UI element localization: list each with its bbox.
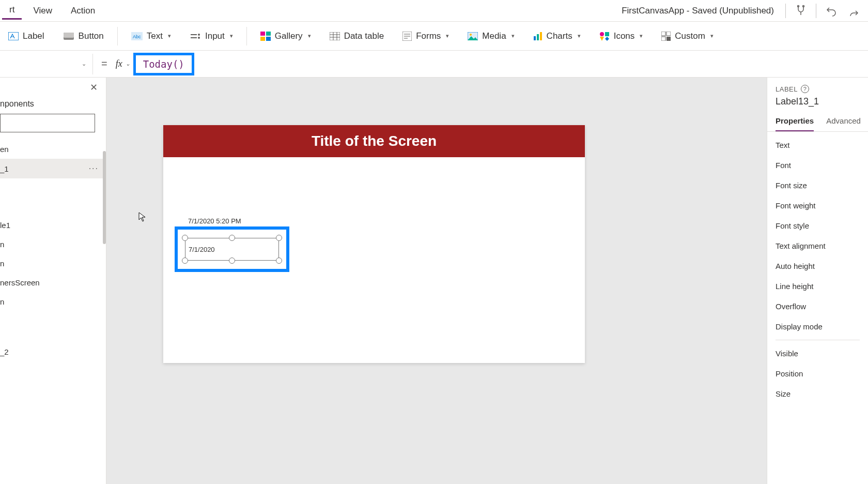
svg-rect-11 [260,32,265,36]
tree-item[interactable]: _2 [0,342,106,361]
scrollbar[interactable] [103,151,106,244]
help-icon[interactable]: ? [801,85,809,93]
tree-item-selected[interactable]: _1 ··· [0,159,106,178]
properties-pane: LABEL ? Label13_1 Properties Advanced Te… [767,78,868,484]
tree-view-pane: ✕ nponents en _1 ··· le1 n n nersScreen … [0,78,106,484]
prop-visible[interactable]: Visible [776,343,860,364]
svg-point-9 [198,34,200,36]
svg-point-10 [198,37,200,39]
prop-text[interactable]: Text [776,135,860,155]
prop-autoheight[interactable]: Auto height [776,256,860,276]
ribbon-media-label: Media [482,31,506,41]
app-checker-icon[interactable] [793,3,809,19]
prop-size[interactable]: Size [776,384,860,404]
tree-search [0,114,104,132]
menubar-right: FirstCanvasApp - Saved (Unpublished) [622,3,866,19]
leftpane-tab[interactable]: nponents [0,97,106,114]
menu-action[interactable]: Action [64,3,102,19]
prop-displaymode[interactable]: Display mode [776,316,860,337]
svg-rect-33 [661,37,665,41]
chevron-down-icon: ▾ [230,33,233,39]
ribbon-text[interactable]: Abc Text ▾ [126,28,176,44]
svg-point-25 [470,34,472,36]
resize-handle[interactable] [229,235,235,241]
prop-textalign[interactable]: Text alignment [776,236,860,256]
resize-handle[interactable] [182,258,188,264]
rp-header: LABEL ? Label13_1 [767,78,868,110]
insert-ribbon: Label Button Abc Text ▾ Input ▾ Gallery … [0,22,868,51]
tree-item[interactable]: n [0,254,106,273]
ribbon-media[interactable]: Media ▾ [462,28,519,44]
resize-handle[interactable] [276,235,282,241]
chevron-down-icon: ▾ [640,33,643,39]
svg-rect-34 [667,37,671,41]
ribbon-datatable[interactable]: Data table [324,28,390,44]
equals-sign: = [93,58,116,70]
prop-font[interactable]: Font [776,155,860,175]
ribbon-charts[interactable]: Charts ▾ [528,28,586,44]
prop-fontstyle[interactable]: Font style [776,216,860,236]
svg-rect-26 [534,36,536,40]
chevron-down-icon: ▾ [578,33,581,39]
formula-input[interactable]: Today() [133,53,194,75]
tab-properties[interactable]: Properties [776,116,814,131]
prop-fontweight[interactable]: Font weight [776,195,860,216]
menu-insert[interactable]: rt [2,2,22,20]
tab-advanced[interactable]: Advanced [826,116,861,131]
resize-handle[interactable] [182,235,188,241]
divider [776,340,860,340]
ribbon-charts-label: Charts [547,31,572,41]
undo-icon[interactable] [824,3,839,19]
menu-view[interactable]: View [26,3,59,19]
resize-handle[interactable] [276,258,282,264]
label-datetime[interactable]: 7/1/2020 5:20 PM [188,217,241,225]
svg-rect-14 [266,37,271,41]
property-list: Text Font Font size Font weight Font sty… [767,132,868,407]
tree-item[interactable]: n [0,292,106,311]
prop-fontsize[interactable]: Font size [776,175,860,195]
divider [117,27,118,46]
ribbon-forms[interactable]: Forms ▾ [397,28,454,44]
prop-lineheight[interactable]: Line height [776,276,860,296]
ribbon-input[interactable]: Input ▾ [184,28,238,44]
ribbon-gallery[interactable]: Gallery ▾ [255,28,316,44]
ribbon-datatable-label: Data table [344,31,384,41]
divider [246,27,247,46]
ribbon-icons[interactable]: Icons ▾ [594,28,648,44]
close-icon[interactable]: ✕ [90,82,98,93]
fx-label[interactable]: fx ⌄ [116,58,133,69]
ribbon-custom[interactable]: Custom ▾ [656,28,719,44]
canvas-area[interactable]: Title of the Screen 7/1/2020 5:20 PM 7/1… [106,78,767,484]
tree-item[interactable]: n [0,235,106,254]
property-selector[interactable]: ⌄ [0,54,93,74]
prop-overflow[interactable]: Overflow [776,296,860,316]
svg-rect-4 [64,33,74,38]
cursor-icon [138,212,147,222]
more-icon[interactable]: ··· [89,164,104,173]
svg-rect-30 [605,32,609,36]
ribbon-label[interactable]: Label [3,28,50,44]
app-status: FirstCanvasApp - Saved (Unpublished) [622,6,774,16]
ribbon-button[interactable]: Button [58,28,109,44]
app-screen[interactable]: Title of the Screen 7/1/2020 5:20 PM 7/1… [163,125,585,363]
prop-position[interactable]: Position [776,364,860,384]
screen-title[interactable]: Title of the Screen [163,125,585,157]
ribbon-custom-label: Custom [675,31,705,41]
resize-handle[interactable] [229,258,235,264]
chevron-down-icon: ⌄ [126,61,130,67]
divider [816,4,816,18]
svg-text:Abc: Abc [133,34,141,39]
svg-rect-31 [661,32,665,36]
control-type: LABEL ? [776,85,860,93]
redo-icon[interactable] [846,3,862,19]
selected-label[interactable]: 7/1/2020 [185,238,279,261]
chevron-down-icon: ▾ [168,33,171,39]
tree-item[interactable]: en [0,140,106,159]
search-input[interactable] [0,114,95,132]
chevron-down-icon: ⌄ [82,61,86,67]
tree-item[interactable]: le1 [0,216,106,235]
ribbon-icons-label: Icons [614,31,635,41]
svg-rect-13 [260,37,265,41]
control-name[interactable]: Label13_1 [776,96,860,107]
tree-item[interactable]: nersScreen [0,273,106,292]
